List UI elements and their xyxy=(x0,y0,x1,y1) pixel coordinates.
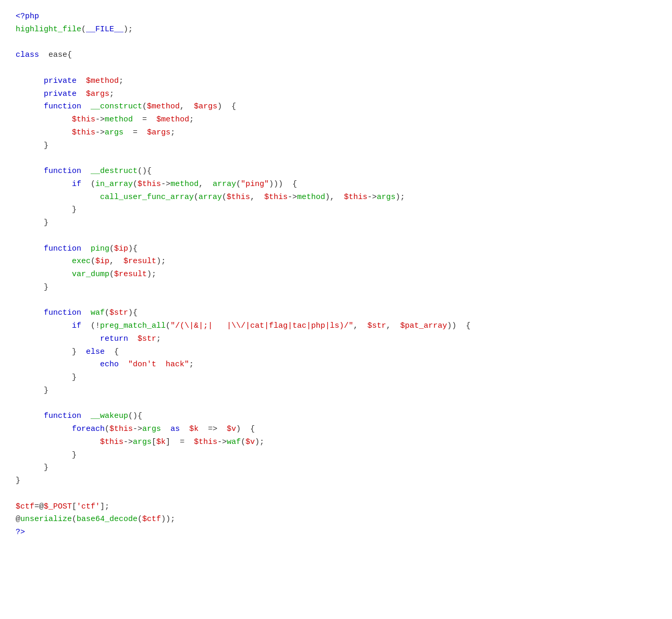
code-container: <?php highlight_file(__FILE__); class ea… xyxy=(0,0,672,619)
code-block: <?php highlight_file(__FILE__); class ea… xyxy=(16,10,656,539)
